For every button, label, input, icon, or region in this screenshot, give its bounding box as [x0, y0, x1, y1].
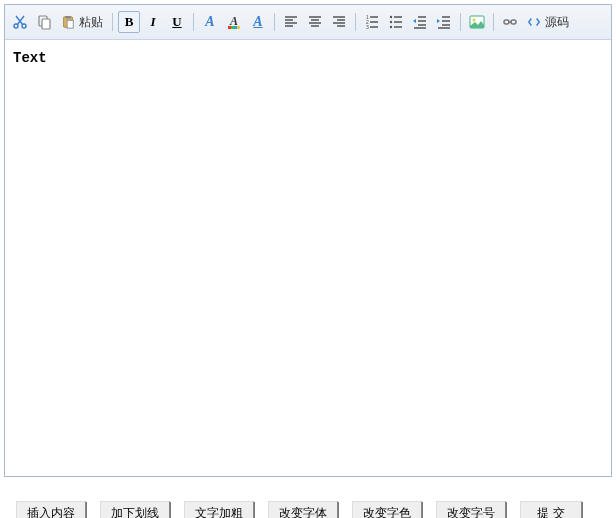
toolbar: 粘贴 B I U A A A [5, 5, 611, 40]
font-size-button[interactable]: A [247, 11, 269, 33]
separator [193, 13, 194, 31]
font-size-icon: A [253, 14, 262, 30]
bold-icon: B [125, 14, 134, 30]
paste-button[interactable]: 粘贴 [57, 11, 107, 33]
underline-icon: U [172, 14, 181, 30]
underline-button[interactable]: U [166, 11, 188, 33]
outdent-button[interactable] [409, 11, 431, 33]
ordered-list-icon: 1 2 3 [364, 14, 380, 30]
link-button[interactable] [499, 11, 521, 33]
scissors-icon [12, 14, 28, 30]
svg-rect-5 [65, 16, 70, 19]
svg-rect-6 [67, 20, 73, 28]
source-icon [527, 15, 541, 29]
align-center-icon [307, 14, 323, 30]
change-color-button[interactable]: 改变字色 [352, 501, 422, 518]
unordered-list-icon [388, 14, 404, 30]
paste-icon [61, 15, 75, 29]
align-right-icon [331, 14, 347, 30]
svg-point-16 [390, 21, 392, 23]
text-bold-button[interactable]: 文字加粗 [184, 501, 254, 518]
italic-button[interactable]: I [142, 11, 164, 33]
svg-rect-3 [42, 19, 50, 29]
link-icon [502, 14, 518, 30]
copy-icon [36, 14, 52, 30]
ordered-list-button[interactable]: 1 2 3 [361, 11, 383, 33]
separator [355, 13, 356, 31]
paste-label: 粘贴 [79, 14, 103, 31]
unordered-list-button[interactable] [385, 11, 407, 33]
svg-rect-9 [231, 26, 234, 29]
svg-text:A: A [229, 14, 238, 28]
add-underline-button[interactable]: 加下划线 [100, 501, 170, 518]
change-font-button[interactable]: 改变字体 [268, 501, 338, 518]
font-a-icon: A [205, 14, 214, 30]
svg-point-15 [390, 16, 392, 18]
editor-canvas[interactable]: Text [5, 40, 611, 476]
font-color-button[interactable]: A [223, 11, 245, 33]
svg-point-17 [390, 26, 392, 28]
copy-button[interactable] [33, 11, 55, 33]
font-family-button[interactable]: A [199, 11, 221, 33]
editor-content: Text [13, 50, 47, 66]
change-size-button[interactable]: 改变字号 [436, 501, 506, 518]
align-left-icon [283, 14, 299, 30]
svg-rect-10 [234, 26, 237, 29]
source-label: 源码 [545, 14, 569, 31]
indent-button[interactable] [433, 11, 455, 33]
action-buttons: 插入内容 加下划线 文字加粗 改变字体 改变字色 改变字号 提 交 [4, 501, 612, 518]
font-color-icon: A [226, 14, 242, 30]
image-button[interactable] [466, 11, 488, 33]
separator [112, 13, 113, 31]
svg-point-19 [473, 19, 476, 22]
submit-button[interactable]: 提 交 [520, 501, 582, 518]
bold-button[interactable]: B [118, 11, 140, 33]
align-left-button[interactable] [280, 11, 302, 33]
italic-icon: I [150, 14, 155, 30]
svg-rect-8 [228, 26, 231, 29]
align-right-button[interactable] [328, 11, 350, 33]
svg-text:3: 3 [366, 24, 369, 30]
cut-button[interactable] [9, 11, 31, 33]
separator [274, 13, 275, 31]
outdent-icon [412, 14, 428, 30]
separator [460, 13, 461, 31]
indent-icon [436, 14, 452, 30]
editor-container: 粘贴 B I U A A A [4, 4, 612, 477]
image-icon [469, 14, 485, 30]
align-center-button[interactable] [304, 11, 326, 33]
svg-rect-11 [237, 26, 240, 29]
source-button[interactable]: 源码 [523, 11, 573, 33]
insert-content-button[interactable]: 插入内容 [16, 501, 86, 518]
separator [493, 13, 494, 31]
